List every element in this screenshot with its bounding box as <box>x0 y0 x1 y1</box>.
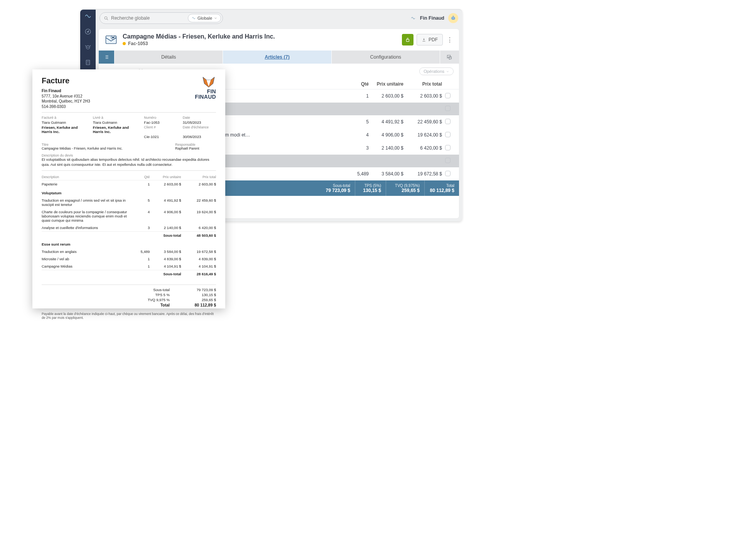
lbl-number: Numéro <box>144 116 177 120</box>
row-pu: 4 906,00 $ <box>369 132 403 138</box>
row-checkbox[interactable] <box>445 171 451 176</box>
tab-details[interactable]: Détails <box>114 51 223 64</box>
tps-value: 130,15 $ <box>363 188 381 193</box>
invoice-line: Sous-total48 503,60 $ <box>42 231 216 239</box>
scope-label: Globale <box>197 16 212 20</box>
row-pt: 6 420,00 $ <box>403 145 442 151</box>
tab-list-icon[interactable] <box>99 51 114 64</box>
tab-config[interactable]: Configurations <box>331 51 440 64</box>
svg-point-2 <box>87 47 88 47</box>
row-checkbox[interactable] <box>445 106 451 111</box>
tot-sub-val: 79 723,09 $ <box>185 288 216 292</box>
svg-point-5 <box>105 17 107 19</box>
topbar-right: Fin Finaud <box>410 13 458 23</box>
tvq-value: 259,65 $ <box>402 188 420 193</box>
lbl-billed: Facturé à <box>42 116 88 120</box>
invoice-line: Sous-total28 616,49 $ <box>42 270 216 278</box>
client-number: Cie-1021 <box>144 135 177 139</box>
invoice-titre: Campagne Médias - Friesen, Kerluke and H… <box>42 147 134 150</box>
tab-chat[interactable] <box>440 51 459 64</box>
chevron-down-icon <box>214 16 218 20</box>
robot-icon <box>450 15 457 22</box>
operations-dropdown[interactable]: Opérations <box>419 67 454 75</box>
row-qty: 5 <box>346 119 369 125</box>
pdf-label: PDF <box>429 37 438 42</box>
svg-rect-9 <box>453 16 454 17</box>
row-checkbox[interactable] <box>445 132 451 137</box>
shipped-contact: Tiara Gutmann <box>93 120 139 125</box>
invoice-title: Facture <box>42 76 216 85</box>
invoice-line: Campagne Médias14 104,91 $4 104,91 $ <box>42 263 216 270</box>
fox-icon <box>201 76 216 88</box>
nav-icon-cow[interactable] <box>84 44 91 52</box>
tot-total-val: 80 112,89 $ <box>185 303 216 307</box>
search-scope[interactable]: Globale <box>188 14 221 22</box>
invoice-totals: Sous-total79 723,09 $ TPS 5 %130,15 $ TV… <box>42 285 216 308</box>
brand-logo: FIN FINAUD <box>195 76 216 99</box>
company-phone: 514-398-0303 <box>42 104 66 109</box>
global-search[interactable]: Globale <box>100 12 223 24</box>
pdf-button[interactable]: PDF <box>417 34 443 45</box>
tot-tps-val: 130,15 $ <box>185 293 216 297</box>
lbl-quote-desc: Description du devis <box>42 153 216 157</box>
nav-icon-compass[interactable] <box>84 28 91 37</box>
col-total-price: Prix total <box>403 81 442 87</box>
total-value: 80 112,89 $ <box>430 188 454 193</box>
tab-articles[interactable]: Articles (7) <box>223 51 331 64</box>
invoice-line: Papeterie12 603,00 $2 603,00 $ <box>42 180 216 188</box>
user-name[interactable]: Fin Finaud <box>420 15 444 21</box>
lbl-titre: Titre <box>42 143 134 147</box>
row-qty: 4 <box>346 132 369 138</box>
th-desc: Description <box>42 174 132 180</box>
total-label: Total <box>446 184 454 188</box>
row-checkbox[interactable] <box>445 119 451 124</box>
row-pt: 19 672,58 $ <box>403 171 442 177</box>
chevron-down-icon <box>446 70 449 73</box>
tot-sub-lbl: Sous-total <box>153 288 170 292</box>
tabstrip: Détails Articles (7) Configurations <box>99 51 459 64</box>
row-qty: 1 <box>346 93 369 99</box>
invoice-line: Traduction en anglais5,4893 584,00 $19 6… <box>42 248 216 255</box>
more-button[interactable]: ⋮ <box>446 36 454 44</box>
subtotal-label: Sous-total <box>333 184 350 188</box>
row-checkbox[interactable] <box>445 93 451 98</box>
brand-line2: FINAUD <box>195 94 216 100</box>
row-pt: 2 603,00 $ <box>403 93 442 99</box>
svg-point-0 <box>85 29 91 34</box>
invoice-lines-table: Description Qté Prix unitaire Prix total… <box>42 174 216 278</box>
list-icon <box>104 54 109 60</box>
invoice-line: Analyse et cueillette d'informations32 1… <box>42 224 216 232</box>
row-checkbox[interactable] <box>445 158 451 163</box>
topbar: Globale Fin Finaud <box>96 10 462 27</box>
company-addr2: Montréal, Québec, H1Y 2H3 <box>42 99 90 103</box>
brand-squiggle-icon <box>410 16 416 20</box>
bot-avatar[interactable] <box>448 13 458 23</box>
svg-rect-12 <box>407 39 409 41</box>
lock-open-icon <box>405 37 410 42</box>
invoice-line: Traduction en espagnol / omnis sed vel e… <box>42 197 216 208</box>
svg-point-8 <box>453 18 454 19</box>
svg-rect-4 <box>86 60 90 65</box>
search-input[interactable] <box>111 15 188 21</box>
download-icon <box>422 37 426 42</box>
nav-icon-1[interactable] <box>84 13 91 21</box>
lbl-shipped: Livré à <box>93 116 139 120</box>
row-qty: 3 <box>346 145 369 151</box>
svg-rect-6 <box>452 17 455 20</box>
nav-icon-calc[interactable] <box>84 59 91 67</box>
invoice-date: 31/05/2023 <box>183 120 216 125</box>
svg-point-1 <box>86 45 90 49</box>
invoice-meta: Facturé à Livré à Numéro Date Tiara Gutm… <box>42 116 216 139</box>
row-pu: 2 140,00 $ <box>369 145 403 151</box>
lock-button[interactable] <box>402 34 413 45</box>
lbl-due: Date d'échéance <box>183 125 216 134</box>
row-pt: 22 459,60 $ <box>403 119 442 125</box>
invoice-footer: Payable avant la date d'échéance indiqué… <box>42 310 216 320</box>
company-block: Fin Finaud 5777, 10e Avenue #312 Montréa… <box>42 88 216 109</box>
company-name: Fin Finaud <box>42 89 61 93</box>
subtotal-value: 79 723,09 $ <box>326 188 350 193</box>
row-checkbox[interactable] <box>445 145 451 150</box>
invoice-number: Fac-1053 <box>144 120 177 125</box>
svg-point-3 <box>88 47 89 47</box>
invoice-line: Microsite / vel ab14 839,00 $4 839,00 $ <box>42 255 216 263</box>
